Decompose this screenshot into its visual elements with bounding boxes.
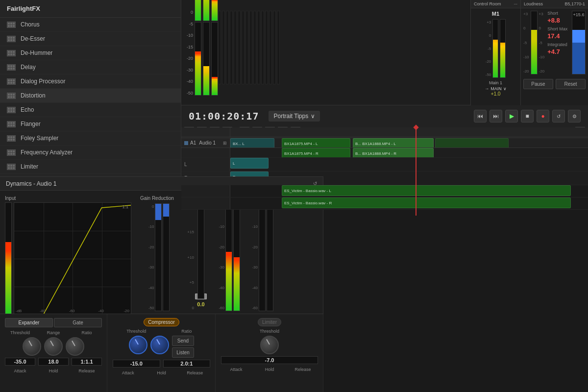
fx-label: Delay bbox=[21, 64, 36, 71]
expander-knob-labels: Threshold Range Ratio bbox=[5, 330, 102, 335]
comp-hold-label: Hold bbox=[146, 370, 176, 375]
channel-3: 3 bbox=[211, 0, 218, 96]
fast-forward-button[interactable]: ⏭ bbox=[490, 110, 502, 122]
cr-dots: ··· bbox=[514, 1, 517, 6]
fx-icon bbox=[7, 36, 16, 42]
clip-bx1a1888-r[interactable]: B... BX1A1888.MP4 - R bbox=[353, 148, 434, 157]
sidebar-item-de-hummer[interactable]: De-Hummer bbox=[0, 46, 181, 60]
play-button[interactable]: ▶ bbox=[505, 110, 518, 122]
fx-label: Flanger bbox=[21, 121, 41, 127]
track-clips-a1: BX... L BX1A1875.MP4 - L B... BX1A1888.M… bbox=[230, 138, 588, 147]
limiter-threshold-label: Threshold bbox=[221, 329, 318, 334]
loudness-title: Loudness bbox=[524, 1, 543, 6]
meter-bar bbox=[211, 0, 218, 21]
sidebar-item-dialog-processor[interactable]: Dialog Processor bbox=[0, 74, 181, 89]
fx-icon bbox=[7, 64, 16, 71]
expander-gate-tabs: Expander Gate bbox=[5, 318, 102, 327]
project-name-button[interactable]: Portrait Tipps ∨ bbox=[269, 111, 320, 122]
fx-label: De-Esser bbox=[21, 35, 45, 42]
listen-button[interactable]: Listen bbox=[172, 347, 194, 358]
limiter-hold-label: Hold bbox=[254, 367, 285, 372]
clip-es-r[interactable]: ES_Victim - Bassio.wav - R bbox=[282, 197, 571, 208]
channel-1: 1 bbox=[195, 0, 201, 96]
limiter-threshold-knob[interactable] bbox=[260, 336, 279, 354]
loudness-body: +30-5-10-20 +30-5-10-20 Short +8.8 Short… bbox=[521, 8, 588, 77]
fx-icon bbox=[7, 149, 16, 156]
loudness-buttons: Pause Reset bbox=[521, 77, 588, 91]
dynamics-main-area: Input bbox=[0, 191, 323, 323]
sidebar-item-flanger[interactable]: Flanger bbox=[0, 117, 181, 131]
x-label-60: -60 bbox=[69, 309, 75, 313]
gate-tab[interactable]: Gate bbox=[54, 318, 102, 327]
clip-bx1a1875-r[interactable]: BX1A1875.MP4 - R bbox=[282, 148, 350, 157]
limiter-knob-container bbox=[221, 336, 318, 354]
expander-values: -35.0 18.0 1:1.1 bbox=[5, 358, 102, 366]
output-bar-r bbox=[233, 203, 240, 311]
playhead[interactable] bbox=[416, 127, 416, 216]
pause-button[interactable]: Pause bbox=[523, 79, 553, 89]
make-up-section: Make Up +20+15+10+50 0.0 bbox=[178, 191, 211, 322]
expander-range-knob-wrap bbox=[44, 337, 63, 356]
clip-extra-l[interactable] bbox=[435, 138, 509, 147]
loudness-bar-m bbox=[531, 11, 538, 74]
limiter-bottom-labels: Attack Hold Release bbox=[221, 367, 318, 372]
expander-threshold-knob[interactable] bbox=[23, 337, 41, 356]
timecode: 01:00:20:17 bbox=[189, 110, 259, 122]
compressor-bottom-labels: Attack Hold Release bbox=[113, 370, 210, 375]
loudness-big-bar: +15.6 bbox=[572, 11, 586, 74]
clip-bx-l[interactable]: BX... L bbox=[230, 138, 274, 147]
sidebar-item-foley-sampler[interactable]: Foley Sampler bbox=[0, 131, 181, 146]
stop-button[interactable]: ■ bbox=[521, 110, 534, 122]
control-room-body: M1 +30-5-20-50 Main 1 → MAIN ∨ +1.0 bbox=[471, 8, 520, 99]
expander-bottom-labels: Attack Hold Release bbox=[5, 368, 102, 373]
expander-range-knob[interactable] bbox=[44, 337, 63, 356]
sidebar-item-distortion[interactable]: Distortion bbox=[0, 89, 181, 103]
comp-ratio-value: 2.0:1 bbox=[163, 360, 211, 368]
sidebar-item-delay[interactable]: Delay bbox=[0, 60, 181, 74]
expander-threshold-knob-wrap bbox=[23, 337, 41, 356]
dynamics-title: Dynamics - Audio 1 bbox=[6, 180, 56, 187]
fx-icon bbox=[7, 93, 16, 99]
clip-l[interactable]: L bbox=[230, 158, 269, 169]
comp-threshold-knob-wrap bbox=[129, 336, 147, 358]
eq-graph-container: Input bbox=[5, 196, 131, 318]
x-label-40: -40 bbox=[98, 309, 104, 313]
transport-controls: ⏮ ⏭ ▶ ■ ● ↺ ⚙ bbox=[474, 110, 581, 122]
clip-es-l[interactable]: ES_Victim - Bassio.wav - L bbox=[282, 185, 571, 196]
rewind-button[interactable]: ⏮ bbox=[474, 110, 487, 122]
loop-button[interactable]: ↺ bbox=[552, 110, 565, 122]
settings-icon[interactable]: ⚙ bbox=[568, 110, 581, 122]
expander-tab[interactable]: Expander bbox=[5, 318, 53, 327]
channel-2: 2 bbox=[203, 0, 210, 96]
sidebar-item-frequency-analyzer[interactable]: Frequency Analyzer bbox=[0, 146, 181, 160]
track-row-a1-r: BX1A1875.MP4 - R B... BX1A1888.MP4 - R bbox=[181, 148, 588, 158]
limiter-threshold-value: -7.0 bbox=[221, 356, 318, 364]
short-value: +8.8 bbox=[547, 17, 570, 24]
fx-icon bbox=[7, 78, 16, 85]
comp-ratio-knob[interactable] bbox=[150, 336, 169, 354]
gain-reduction-bar-r bbox=[163, 203, 170, 311]
record-button[interactable]: ● bbox=[537, 110, 549, 122]
clip-bx1a1875-l[interactable]: BX1A1875.MP4 - L bbox=[282, 138, 350, 147]
sidebar-item-de-esser[interactable]: De-Esser bbox=[0, 32, 181, 46]
ratio-label: 1:1 bbox=[122, 204, 128, 209]
track-label-l: L bbox=[181, 158, 230, 171]
sidebar-item-chorus[interactable]: Chorus bbox=[0, 18, 181, 32]
reset-button[interactable]: Reset bbox=[556, 79, 586, 89]
clip-bx1a1888-l[interactable]: B... BX1A1888.MP4 - L bbox=[353, 138, 434, 147]
transport-bar: 01:00:20:17 Portrait Tipps ∨ ⏮ ⏭ ▶ ■ ● ↺… bbox=[181, 105, 588, 127]
limiter-badge[interactable]: Limiter bbox=[258, 318, 281, 326]
expander-range-value: 18.0 bbox=[38, 358, 69, 366]
compressor-knobs: Send Listen bbox=[113, 336, 210, 358]
fx-label: Foley Sampler bbox=[21, 135, 58, 142]
sidebar-item-limiter[interactable]: Limiter bbox=[0, 160, 181, 174]
send-button[interactable]: Send bbox=[172, 336, 194, 346]
threshold-label: Threshold bbox=[5, 330, 35, 335]
sidebar-item-echo[interactable]: Echo bbox=[0, 103, 181, 117]
compressor-badge[interactable]: Compressor bbox=[144, 318, 179, 326]
loudness-bars: +30-5-10-20 +30-5-10-20 Short +8.8 Short… bbox=[523, 11, 570, 74]
comp-threshold-label: Threshold bbox=[113, 329, 160, 334]
meter-bar bbox=[203, 22, 210, 96]
comp-threshold-knob[interactable] bbox=[129, 336, 147, 354]
expander-ratio-knob[interactable] bbox=[66, 337, 84, 356]
